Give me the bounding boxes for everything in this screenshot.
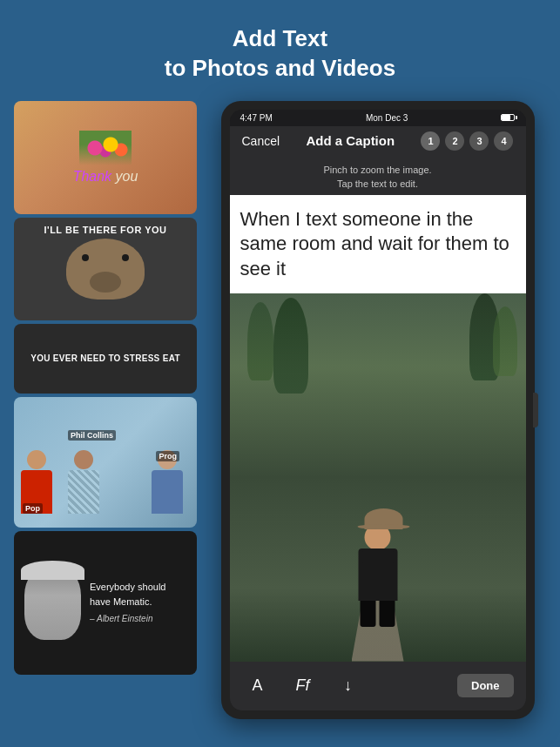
tablet-device: 4:47 PM Mon Dec 3 Cancel Add a Caption: [221, 101, 535, 719]
cancel-button[interactable]: Cancel: [242, 134, 280, 148]
figure-phil: [68, 450, 99, 514]
pig-face: [66, 239, 145, 299]
instruction-line2: Tap the text to edit.: [337, 178, 418, 189]
tablet-wrapper: 4:47 PM Mon Dec 3 Cancel Add a Caption: [209, 101, 546, 710]
photo-scene: [230, 293, 526, 661]
bottom-toolbar: A Ff ↓ Done: [230, 662, 526, 710]
step-3[interactable]: 3: [469, 131, 489, 151]
thumbnail-meme[interactable]: Phil Collins Prog Pop: [14, 397, 197, 528]
einstein-attribution: – Albert Einstein: [90, 612, 186, 625]
pig-eye-right: [122, 254, 129, 261]
photo-area: [230, 293, 526, 661]
instruction-line1: Pinch to zoom the image.: [323, 165, 431, 175]
content-area: Thank you I'LL BE THERE FOR YOU YOU EVER…: [0, 101, 560, 710]
thumbnail-stress-eat[interactable]: YOU EVER NEED TO STRESS EAT: [14, 324, 197, 394]
thank-word: Thank: [73, 169, 111, 184]
prog-label: Prog: [156, 451, 179, 461]
meme-figures: Phil Collins Prog Pop: [14, 397, 197, 521]
tree-bg-4: [493, 306, 517, 376]
text-button[interactable]: A: [242, 670, 273, 702]
thank-you-text: Thank you: [73, 169, 138, 185]
status-time: 4:47 PM: [240, 113, 273, 123]
thumbnail-pig[interactable]: I'LL BE THERE FOR YOU: [14, 218, 197, 320]
pig-snout: [90, 272, 121, 293]
font-button[interactable]: Ff: [287, 670, 319, 702]
pop-label: Pop: [23, 503, 43, 514]
tree-bg-1: [247, 302, 273, 380]
step-2[interactable]: 2: [445, 131, 464, 151]
caption-text[interactable]: When I text someone in the same room and…: [240, 207, 516, 282]
thumbnail-column: Thank you I'LL BE THERE FOR YOU YOU EVER…: [14, 101, 197, 710]
nav-steps: 1 2 3 4: [421, 131, 513, 151]
status-date: Mon Dec 3: [366, 113, 408, 123]
einstein-quote: Everybody should have Mematic.: [90, 580, 186, 609]
step-1[interactable]: 1: [421, 131, 440, 151]
tree-bg-2: [273, 298, 308, 394]
nav-bar: Cancel Add a Caption 1 2 3 4: [230, 126, 526, 156]
you-word: you: [116, 169, 138, 184]
header-title-line2: to Photos and Videos: [165, 55, 395, 81]
status-bar: 4:47 PM Mon Dec 3: [230, 110, 526, 126]
step-4[interactable]: 4: [494, 131, 513, 151]
person-legs: [361, 601, 395, 627]
thumbnail-einstein[interactable]: Everybody should have Mematic. – Albert …: [14, 531, 197, 675]
download-button[interactable]: ↓: [333, 670, 364, 702]
page-title: Add Text to Photos and Videos: [17, 24, 543, 84]
flowers-decoration: [79, 131, 132, 165]
instruction-text: Pinch to zoom the image. Tap the text to…: [230, 156, 526, 195]
thumbnail-thank-you[interactable]: Thank you: [14, 101, 197, 214]
phil-collins-label: Phil Collins: [68, 430, 116, 441]
battery-icon: [501, 114, 515, 121]
pig-top-text: I'LL BE THERE FOR YOU: [14, 225, 197, 235]
person-hat: [365, 508, 403, 529]
header: Add Text to Photos and Videos: [0, 0, 560, 101]
person-figure: [358, 524, 397, 627]
camera-notch: [533, 393, 538, 427]
einstein-face: [24, 566, 81, 640]
tablet-screen: 4:47 PM Mon Dec 3 Cancel Add a Caption: [230, 110, 526, 710]
status-icons: [501, 114, 515, 121]
done-button[interactable]: Done: [457, 674, 514, 697]
pig-eye-left: [82, 254, 89, 261]
nav-title: Add a Caption: [306, 133, 395, 148]
caption-area[interactable]: When I text someone in the same room and…: [230, 195, 526, 294]
stress-eat-text: YOU EVER NEED TO STRESS EAT: [30, 353, 180, 363]
einstein-hair: [21, 561, 84, 580]
header-title-line1: Add Text: [233, 25, 327, 51]
person-body: [358, 548, 397, 601]
